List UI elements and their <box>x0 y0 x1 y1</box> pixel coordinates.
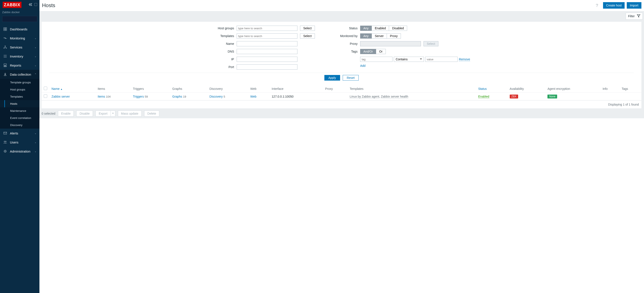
chevron-down-icon: ⌄ <box>34 64 36 67</box>
sub-maintenance[interactable]: Maintenance <box>0 107 40 114</box>
status-disabled[interactable]: Disabled <box>389 26 407 31</box>
discovery-link[interactable]: Discovery <box>210 95 223 98</box>
label-host-groups: Host groups <box>213 26 237 31</box>
nav-administration[interactable]: Administration ⌄ <box>0 147 40 156</box>
svg-rect-17 <box>6 66 6 66</box>
host-name-link[interactable]: Zabbix server <box>52 95 70 98</box>
page-title: Hosts <box>42 2 55 8</box>
services-icon <box>3 46 7 49</box>
logo[interactable]: ZABBIX <box>2 2 22 8</box>
bulk-export-button[interactable]: Export <box>96 110 110 116</box>
table-header-row: Name Items Triggers Graphs Discovery Web… <box>42 85 642 93</box>
svg-rect-15 <box>4 66 5 66</box>
status-toggle[interactable]: Enabled <box>478 95 489 98</box>
search-box[interactable] <box>2 16 37 22</box>
status-enabled[interactable]: Enabled <box>372 26 389 31</box>
main-content: Hosts ? Create host Import Filter Host g… <box>40 0 644 293</box>
filter-panel: Filter Host groups Select <box>40 12 644 118</box>
label-dns: DNS <box>213 49 237 54</box>
chevron-down-icon: ⌄ <box>34 150 36 153</box>
sub-template-groups[interactable]: Template groups <box>0 79 40 86</box>
chevron-down-icon: ⌄ <box>34 46 36 49</box>
reports-icon <box>3 64 7 67</box>
mon-proxy[interactable]: Proxy <box>387 34 401 38</box>
hosts-table: Name Items Triggers Graphs Discovery Web… <box>42 85 642 100</box>
nav-inventory[interactable]: Inventory ⌄ <box>0 52 40 61</box>
svg-rect-3 <box>4 28 5 29</box>
nav-monitoring[interactable]: Monitoring ⌄ <box>0 34 40 43</box>
svg-point-10 <box>6 48 7 48</box>
col-name[interactable]: Name <box>49 85 96 93</box>
tag-add-link[interactable]: Add <box>360 64 366 68</box>
proxy-select-button: Select <box>424 41 438 46</box>
sub-templates[interactable]: Templates <box>0 93 40 100</box>
label-port: Port <box>213 64 237 70</box>
filter-toggle[interactable]: Filter <box>626 13 643 20</box>
triggers-link[interactable]: Triggers <box>133 95 144 98</box>
sub-event-correlation[interactable]: Event correlation <box>0 114 40 122</box>
table-row: Zabbix server Items104 Triggers59 Graphs… <box>42 93 642 100</box>
sub-hosts[interactable]: Hosts <box>0 100 40 107</box>
search-input[interactable] <box>4 17 41 21</box>
tag-value-input[interactable] <box>425 57 458 62</box>
availability-badge[interactable]: ZBX <box>510 94 518 98</box>
template-link-b[interactable]: Zabbix server health <box>381 95 408 98</box>
label-monitored-by: Monitored by <box>336 34 360 38</box>
help-icon[interactable]: ? <box>596 3 598 8</box>
tags-andor[interactable]: And/Or <box>360 49 376 54</box>
status-any[interactable]: Any <box>360 26 372 31</box>
chevron-up-icon: ⌃ <box>34 73 36 76</box>
mon-any[interactable]: Any <box>360 34 372 38</box>
svg-rect-5 <box>4 29 5 30</box>
dns-input[interactable] <box>237 49 298 54</box>
web-link[interactable]: Web <box>250 95 256 98</box>
name-input[interactable] <box>237 41 298 46</box>
expand-icon[interactable] <box>34 3 37 7</box>
bulk-enable-button[interactable]: Enable <box>58 110 74 116</box>
bulk-actions: 0 selected Enable Disable Export Mass up… <box>40 108 643 118</box>
col-agent-encryption: Agent encryption <box>545 85 600 93</box>
tag-remove-link[interactable]: Remove <box>459 58 470 61</box>
create-host-button[interactable]: Create host <box>603 2 624 8</box>
tag-name-input[interactable] <box>360 57 392 62</box>
select-all-checkbox[interactable] <box>44 86 47 90</box>
nav-alerts[interactable]: Alerts ⌄ <box>0 128 40 138</box>
templates-select-button[interactable]: Select <box>300 34 315 38</box>
label-tags: Tags <box>336 49 360 54</box>
graphs-link[interactable]: Graphs <box>172 95 182 98</box>
import-button[interactable]: Import <box>627 2 642 8</box>
tags-or[interactable]: Or <box>376 49 386 54</box>
host-groups-input[interactable] <box>237 26 298 31</box>
reset-button[interactable]: Reset <box>343 75 359 80</box>
items-link[interactable]: Items <box>98 95 105 98</box>
tag-operator-select[interactable]: Contains <box>394 57 424 62</box>
col-status[interactable]: Status <box>476 85 508 93</box>
nav-users[interactable]: Users ⌄ <box>0 138 40 147</box>
chevron-down-icon: ⌄ <box>34 141 36 144</box>
nav-reports[interactable]: Reports ⌄ <box>0 61 40 70</box>
svg-point-8 <box>5 46 6 46</box>
collapse-sidebar-icon[interactable] <box>29 3 32 7</box>
selected-count: 0 selected <box>42 112 56 115</box>
ip-input[interactable] <box>237 57 298 62</box>
bulk-export-dropdown[interactable] <box>110 110 115 116</box>
col-interface: Interface <box>270 85 323 93</box>
templates-input[interactable] <box>237 34 298 38</box>
nav-data-collection[interactable]: Data collection ⌃ <box>0 70 40 79</box>
nav-services[interactable]: Services ⌄ <box>0 43 40 52</box>
interface-cell: 127.0.0.1:10050 <box>270 93 323 100</box>
alerts-icon <box>3 132 7 134</box>
mon-server[interactable]: Server <box>372 34 387 38</box>
row-checkbox[interactable] <box>44 94 47 98</box>
bulk-delete-button[interactable]: Delete <box>144 110 159 116</box>
template-link-a[interactable]: Linux by Zabbix agent <box>350 95 379 98</box>
chevron-down-icon: ⌄ <box>34 132 36 135</box>
nav-dashboards[interactable]: Dashboards <box>0 24 40 34</box>
port-input[interactable] <box>237 64 298 70</box>
apply-button[interactable]: Apply <box>324 75 340 80</box>
bulk-mass-update-button[interactable]: Mass update <box>118 110 142 116</box>
bulk-disable-button[interactable]: Disable <box>76 110 93 116</box>
host-groups-select-button[interactable]: Select <box>300 26 315 31</box>
sub-host-groups[interactable]: Host groups <box>0 86 40 93</box>
sub-discovery[interactable]: Discovery <box>0 122 40 128</box>
